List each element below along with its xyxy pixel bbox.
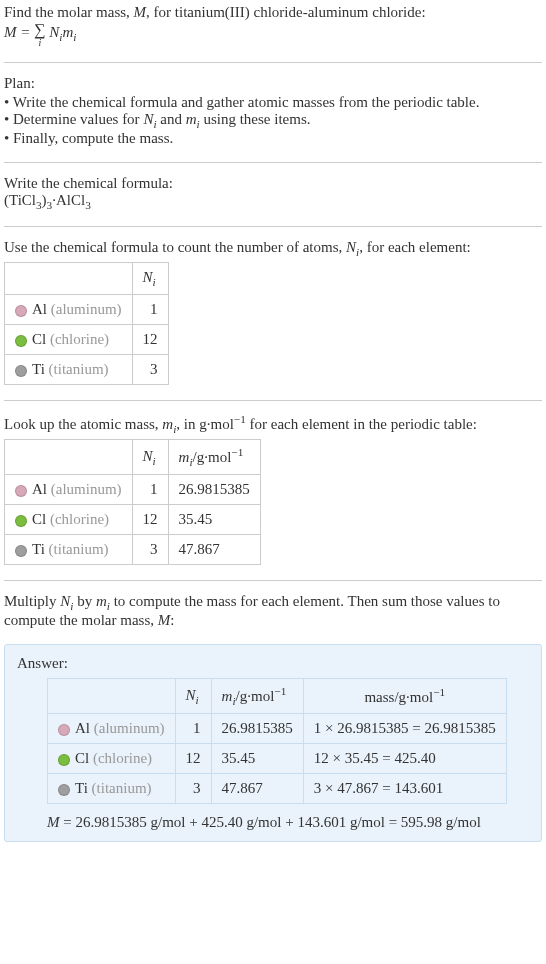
table-header-row: Ni mi/g·mol−1 (5, 440, 261, 475)
table-header-row: Ni (5, 263, 169, 295)
element-symbol: Cl (32, 511, 46, 527)
element-symbol: Cl (75, 750, 89, 766)
table-row: Ti (titanium) 3 (5, 355, 169, 385)
count-var-N: Ni (346, 239, 359, 255)
hdr-m-exp: −1 (231, 446, 243, 458)
lookup-title: Look up the atomic mass, mi, in g·mol−1 … (4, 413, 542, 435)
molar-mass-formula: M = ∑i Nimi (4, 21, 542, 47)
b2-N: Ni (143, 111, 156, 127)
element-name: (chlorine) (93, 750, 152, 766)
element-symbol: Al (75, 720, 90, 736)
table-row: Cl (chlorine) 12 35.45 (5, 505, 261, 535)
header-m: mi/g·mol−1 (211, 679, 303, 714)
header-N: Ni (132, 440, 168, 475)
element-name: (titanium) (92, 780, 152, 796)
divider (4, 580, 542, 581)
b2-post: using these items. (200, 111, 311, 127)
n-value: 12 (132, 505, 168, 535)
plan-bullet-3: • Finally, compute the mass. (4, 130, 542, 147)
empty-header (48, 679, 176, 714)
count-title-pre: Use the chemical formula to count the nu… (4, 239, 346, 255)
n-value: 3 (132, 535, 168, 565)
mult-m-letter: m (96, 593, 107, 609)
chem-formula-title: Write the chemical formula: (4, 175, 542, 192)
n-value: 12 (175, 744, 211, 774)
count-section: Use the chemical formula to count the nu… (4, 239, 542, 385)
b2-m-letter: m (186, 111, 197, 127)
chem-formula-section: Write the chemical formula: (TiCl3)3·AlC… (4, 175, 542, 211)
mult-N: Ni (60, 593, 73, 609)
header-mass: mass/g·mol−1 (303, 679, 506, 714)
hdr-N-letter: N (143, 448, 153, 464)
intro-section: Find the molar mass, M, for titanium(III… (4, 4, 542, 47)
element-dot-icon (58, 724, 70, 736)
n-value: 1 (132, 475, 168, 505)
m-value: 26.9815385 (168, 475, 260, 505)
lookup-title-mid: , in g·mol (176, 416, 234, 432)
formula-N: Ni (49, 24, 62, 40)
final-M: M (47, 814, 60, 830)
element-name: (aluminum) (51, 481, 122, 497)
element-name: (chlorine) (50, 511, 109, 527)
table-header-row: Ni mi/g·mol−1 mass/g·mol−1 (48, 679, 507, 714)
lookup-section: Look up the atomic mass, mi, in g·mol−1 … (4, 413, 542, 565)
divider (4, 62, 542, 63)
answer-label: Answer: (17, 655, 529, 672)
hdr-N-letter: N (143, 269, 153, 285)
element-dot-icon (58, 784, 70, 796)
n-value: 1 (132, 295, 168, 325)
element-symbol: Ti (32, 541, 45, 557)
count-N-letter: N (346, 239, 356, 255)
m-value: 35.45 (168, 505, 260, 535)
hdr-N-sub: i (153, 276, 156, 288)
count-title: Use the chemical formula to count the nu… (4, 239, 542, 258)
element-cell: Al (aluminum) (5, 475, 133, 505)
answer-box: Answer: Ni mi/g·mol−1 mass/g·mol−1 Al (a… (4, 644, 542, 842)
plan-bullet-1: • Write the chemical formula and gather … (4, 94, 542, 111)
table-row: Al (aluminum) 1 26.9815385 1 × 26.981538… (48, 714, 507, 744)
hdr-m-letter: m (179, 449, 190, 465)
answer-content: Ni mi/g·mol−1 mass/g·mol−1 Al (aluminum)… (17, 678, 529, 831)
mult-N-letter: N (60, 593, 70, 609)
var-m: m (62, 24, 73, 40)
chem-s3: 3 (85, 199, 91, 211)
header-N: Ni (175, 679, 211, 714)
formula-m: mi (62, 24, 76, 40)
var-N: N (49, 24, 59, 40)
m-value: 47.867 (211, 774, 303, 804)
multiply-section: Multiply Ni by mi to compute the mass fo… (4, 593, 542, 629)
sub-i-2: i (73, 31, 76, 43)
mult-M: M (158, 612, 171, 628)
element-dot-icon (15, 545, 27, 557)
m-value: 47.867 (168, 535, 260, 565)
element-cell: Cl (chlorine) (5, 505, 133, 535)
element-cell: Cl (chlorine) (5, 325, 133, 355)
hdr-N-sub: i (196, 694, 199, 706)
divider (4, 226, 542, 227)
element-dot-icon (15, 515, 27, 527)
divider (4, 162, 542, 163)
b2-mid: and (157, 111, 186, 127)
element-name: (aluminum) (94, 720, 165, 736)
count-title-post: , for each element: (359, 239, 471, 255)
hdr-m-unit: /g·mol (236, 688, 275, 704)
lookup-title-pre: Look up the atomic mass, (4, 416, 162, 432)
sigma-icon: ∑i (34, 21, 45, 47)
n-value: 12 (132, 325, 168, 355)
n-value: 3 (132, 355, 168, 385)
hdr-N-sub: i (153, 455, 156, 467)
n-value: 1 (175, 714, 211, 744)
element-symbol: Al (32, 301, 47, 317)
mult-post: : (170, 612, 174, 628)
mult-mid1: by (73, 593, 96, 609)
element-name: (aluminum) (51, 301, 122, 317)
b2-pre: • Determine values for (4, 111, 143, 127)
element-name: (titanium) (49, 541, 109, 557)
intro-line: Find the molar mass, M, for titanium(III… (4, 4, 542, 21)
chem-p3: ·AlCl (52, 192, 85, 208)
n-value: 3 (175, 774, 211, 804)
table-row: Al (aluminum) 1 26.9815385 (5, 475, 261, 505)
b2-m: mi (186, 111, 200, 127)
sigma-index: i (34, 39, 45, 47)
b2-N-letter: N (143, 111, 153, 127)
